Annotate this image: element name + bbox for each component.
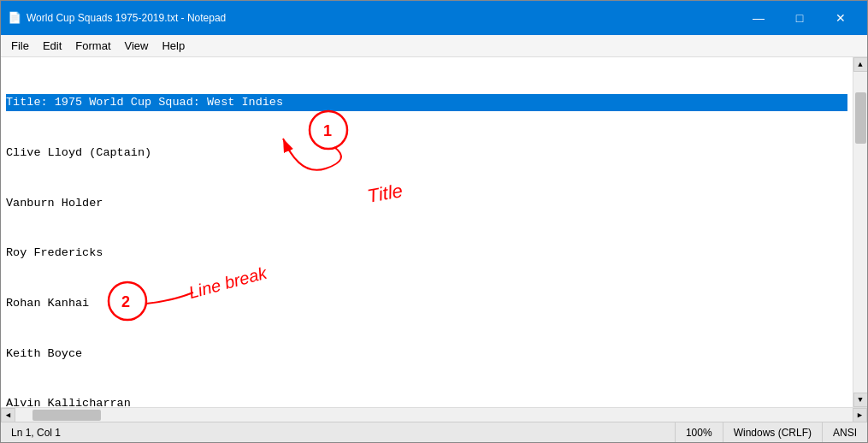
- horizontal-scrollbar[interactable]: ◀ ▶: [1, 407, 867, 422]
- editor-content[interactable]: Title: 1975 World Cup Squad: West Indies…: [1, 57, 853, 407]
- scroll-right-arrow[interactable]: ▶: [853, 408, 867, 422]
- scrollbar-thumb-v[interactable]: [855, 92, 866, 144]
- vertical-scrollbar[interactable]: ▲ ▼: [853, 57, 867, 407]
- line-1: Title: 1975 World Cup Squad: West Indies: [6, 94, 847, 111]
- line-2: Clive Lloyd (Captain): [6, 145, 847, 162]
- window: 📄 World Cup Squads 1975-2019.txt - Notep…: [0, 0, 868, 443]
- window-title: World Cup Squads 1975-2019.txt - Notepad: [27, 12, 226, 24]
- status-line-ending: Windows (CRLF): [723, 422, 823, 442]
- status-position: Ln 1, Col 1: [1, 422, 676, 442]
- line-4: Roy Fredericks: [6, 245, 847, 262]
- scroll-left-arrow[interactable]: ◀: [1, 408, 15, 422]
- line-5: Rohan Kanhai: [6, 295, 847, 312]
- minimize-button[interactable]: —: [739, 6, 778, 30]
- title-bar: 📄 World Cup Squads 1975-2019.txt - Notep…: [1, 1, 867, 35]
- status-encoding: ANSI: [823, 422, 867, 442]
- menu-format[interactable]: Format: [68, 37, 117, 55]
- maximize-button[interactable]: □: [780, 6, 819, 30]
- close-button[interactable]: ✕: [821, 6, 860, 30]
- app-icon: 📄: [8, 11, 21, 25]
- scroll-up-arrow[interactable]: ▲: [853, 57, 868, 72]
- menu-file[interactable]: File: [4, 37, 36, 55]
- menu-view[interactable]: View: [118, 37, 156, 55]
- scrollbar-thumb-h[interactable]: [32, 410, 101, 421]
- line-6: Keith Boyce: [6, 346, 847, 363]
- menu-bar: File Edit Format View Help: [1, 35, 867, 57]
- menu-help[interactable]: Help: [155, 37, 192, 55]
- line-7: Alvin Kallicharran: [6, 395, 847, 407]
- line-3: Vanburn Holder: [6, 195, 847, 212]
- scroll-down-arrow[interactable]: ▼: [853, 393, 868, 407]
- window-controls: — □ ✕: [739, 6, 860, 30]
- menu-edit[interactable]: Edit: [36, 37, 68, 55]
- status-bar: Ln 1, Col 1 100% Windows (CRLF) ANSI: [1, 422, 867, 442]
- status-zoom: 100%: [676, 422, 723, 442]
